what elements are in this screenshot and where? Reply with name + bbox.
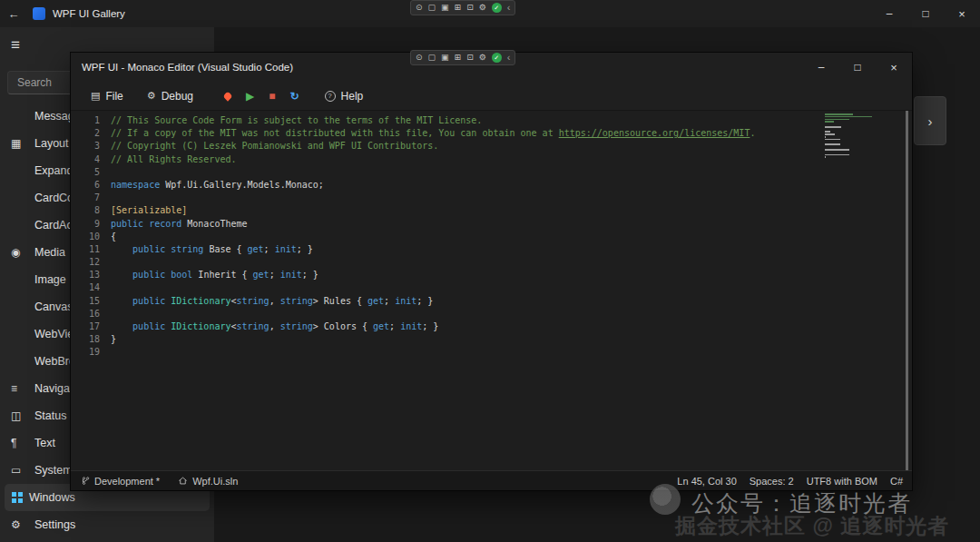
media-icon: ◉ bbox=[11, 246, 34, 259]
code-line[interactable]: 6namespace Wpf.Ui.Gallery.Models.Monaco; bbox=[74, 179, 912, 192]
layout-adorners-icon[interactable]: ▣ bbox=[441, 4, 449, 12]
code-line-text[interactable]: // If a copy of the MIT was not distribu… bbox=[111, 128, 755, 138]
live-visual-tree-icon[interactable]: ▢ bbox=[428, 4, 436, 12]
select-element-icon[interactable]: ⊙ bbox=[416, 54, 423, 62]
code-editor[interactable]: 1// This Source Code Form is subject to … bbox=[71, 111, 912, 470]
line-number: 8 bbox=[74, 204, 100, 217]
code-line[interactable]: 5 bbox=[74, 166, 912, 179]
code-line[interactable]: 17 public IDictionary<string, string> Co… bbox=[74, 320, 912, 333]
grid-lines-icon[interactable]: ⊞ bbox=[455, 54, 462, 62]
grid-lines-icon[interactable]: ⊞ bbox=[455, 4, 462, 12]
line-number: 13 bbox=[74, 269, 100, 281]
home-icon bbox=[178, 476, 188, 486]
hot-reload-button[interactable] bbox=[222, 91, 232, 101]
layout-adorners-icon[interactable]: ▣ bbox=[441, 54, 449, 62]
gallery-minimize-button[interactable]: – bbox=[871, 0, 907, 27]
code-line-text[interactable]: namespace Wpf.Ui.Gallery.Models.Monaco; bbox=[111, 180, 324, 190]
status-segment[interactable]: C# bbox=[890, 476, 903, 487]
code-line[interactable]: 19 bbox=[74, 346, 912, 359]
status-segment[interactable]: Spaces: 2 bbox=[750, 476, 794, 487]
line-number: 18 bbox=[74, 333, 100, 346]
editor-scrollbar[interactable] bbox=[906, 111, 908, 470]
gallery-title: WPF UI Gallery bbox=[53, 8, 125, 19]
code-line-text[interactable]: { bbox=[111, 232, 116, 241]
code-line[interactable]: 10{ bbox=[74, 231, 912, 243]
code-line[interactable]: 1// This Source Code Form is subject to … bbox=[74, 114, 912, 127]
code-line[interactable]: 16 bbox=[74, 308, 912, 320]
sidebar-item-label: Windows bbox=[29, 491, 75, 504]
desktop: ← WPF UI Gallery – □ × ≡ Message▦LayoutE… bbox=[0, 0, 980, 542]
track-focus-icon[interactable]: ⊡ bbox=[466, 4, 474, 12]
hot-reload-settings-icon[interactable]: ⚙ bbox=[479, 4, 486, 12]
solution-status[interactable]: Wpf.Ui.sln bbox=[178, 476, 238, 487]
stop-button[interactable]: ■ bbox=[269, 91, 275, 102]
line-number: 7 bbox=[74, 192, 100, 204]
back-button[interactable]: ← bbox=[0, 7, 27, 21]
nav-menu-button[interactable]: ≡ bbox=[11, 36, 20, 54]
collapse-toolbar-icon[interactable]: ‹ bbox=[507, 3, 511, 13]
line-number: 11 bbox=[74, 243, 100, 256]
xaml-ok-icon[interactable]: ✓ bbox=[492, 3, 502, 13]
select-element-icon[interactable]: ⊙ bbox=[416, 4, 423, 12]
code-line-text[interactable]: public IDictionary<string, string> Color… bbox=[111, 321, 438, 331]
status-segment[interactable]: UTF8 with BOM bbox=[807, 476, 877, 487]
restart-button[interactable]: ↻ bbox=[289, 91, 299, 102]
code-line[interactable]: 2// If a copy of the MIT was not distrib… bbox=[74, 127, 912, 140]
code-line[interactable]: 4// All Rights Reserved. bbox=[74, 153, 912, 166]
debug-toolbar: ⊙▢▣⊞⊡⚙✓‹ bbox=[410, 50, 515, 65]
code-line-text[interactable]: // Copyright (C) Leszek Pomianowski and … bbox=[111, 141, 438, 151]
git-branch-icon bbox=[80, 476, 90, 486]
code-line[interactable]: 14 bbox=[74, 281, 912, 294]
code-line-text[interactable]: public IDictionary<string, string> Rules… bbox=[111, 296, 433, 306]
file-menu[interactable]: ▤ File bbox=[83, 86, 131, 106]
line-number: 12 bbox=[74, 256, 100, 269]
help-menu[interactable]: ? Help bbox=[318, 86, 371, 106]
xaml-ok-icon[interactable]: ✓ bbox=[492, 53, 502, 63]
sidebar-item-label: System bbox=[34, 464, 73, 477]
code-line-text[interactable]: // This Source Code Form is subject to t… bbox=[111, 115, 482, 125]
code-line-text[interactable]: [Serializable] bbox=[111, 205, 187, 215]
monaco-maximize-button[interactable]: □ bbox=[839, 53, 876, 82]
live-visual-tree-icon[interactable]: ▢ bbox=[428, 54, 436, 62]
code-line[interactable]: 18} bbox=[74, 333, 912, 346]
sidebar-item-label: Settings bbox=[34, 518, 75, 531]
sidebar-item-label: Media bbox=[34, 246, 65, 259]
code-lines: 1// This Source Code Form is subject to … bbox=[71, 111, 912, 360]
minimap[interactable] bbox=[825, 113, 876, 162]
code-line[interactable]: 8[Serializable] bbox=[74, 204, 912, 217]
collapse-toolbar-icon[interactable]: ‹ bbox=[507, 53, 511, 63]
system-icon: ▭ bbox=[11, 464, 34, 477]
code-line-text[interactable]: // All Rights Reserved. bbox=[111, 154, 236, 164]
flyout-expand-button[interactable]: › bbox=[914, 96, 946, 145]
code-line[interactable]: 12 bbox=[74, 256, 912, 269]
sidebar-item-settings[interactable]: ⚙Settings bbox=[0, 511, 214, 538]
gallery-maximize-button[interactable]: □ bbox=[907, 0, 944, 27]
help-menu-label: Help bbox=[341, 90, 364, 103]
status-segment[interactable]: Ln 45, Col 30 bbox=[677, 476, 736, 487]
code-line[interactable]: 9public record MonacoTheme bbox=[74, 218, 912, 231]
branch-status[interactable]: Development * bbox=[80, 476, 160, 487]
code-line-text[interactable]: public bool Inherit { get; init; } bbox=[111, 270, 318, 280]
code-line-text[interactable]: public record MonacoTheme bbox=[111, 219, 248, 229]
start-button[interactable]: ▶ bbox=[246, 91, 254, 102]
monaco-window: WPF UI - Monaco Editor (Visual Studio Co… bbox=[71, 53, 912, 490]
line-number: 6 bbox=[74, 179, 100, 192]
code-line[interactable]: 11 public string Base { get; init; } bbox=[74, 243, 912, 256]
code-line[interactable]: 15 public IDictionary<string, string> Ru… bbox=[74, 295, 912, 308]
help-icon: ? bbox=[325, 91, 336, 102]
code-line[interactable]: 3// Copyright (C) Leszek Pomianowski and… bbox=[74, 140, 912, 153]
code-line[interactable]: 13 public bool Inherit { get; init; } bbox=[74, 269, 912, 281]
monaco-minimize-button[interactable]: – bbox=[803, 53, 839, 82]
line-number: 3 bbox=[74, 140, 100, 153]
code-line-text[interactable]: public string Base { get; init; } bbox=[111, 244, 313, 254]
track-focus-icon[interactable]: ⊡ bbox=[466, 54, 474, 62]
code-line[interactable]: 7 bbox=[74, 192, 912, 204]
monaco-close-button[interactable]: × bbox=[876, 53, 912, 82]
line-number: 16 bbox=[74, 308, 100, 320]
debug-menu[interactable]: ⚙ Debug bbox=[140, 86, 201, 106]
hot-reload-settings-icon[interactable]: ⚙ bbox=[479, 54, 486, 62]
code-line-text[interactable]: } bbox=[111, 334, 116, 344]
gallery-close-button[interactable]: × bbox=[944, 0, 980, 27]
line-number: 15 bbox=[74, 295, 100, 308]
debug-icon: ⚙ bbox=[147, 90, 156, 102]
